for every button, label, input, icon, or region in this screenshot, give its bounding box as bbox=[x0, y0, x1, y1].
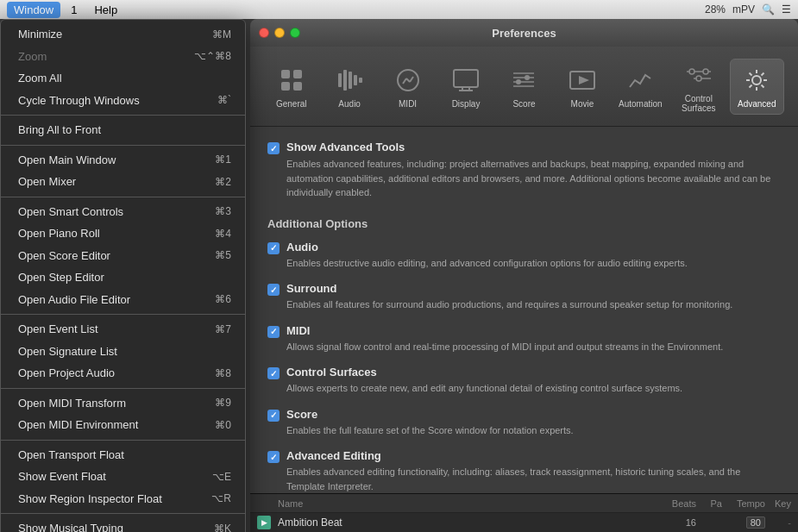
midi-option-title: MIDI bbox=[286, 324, 723, 337]
surround-checkbox[interactable] bbox=[267, 284, 280, 296]
control-surfaces-icon bbox=[683, 59, 714, 91]
menu-show-region-inspector-float[interactable]: Show Region Inspector Float ⌥R bbox=[1, 488, 245, 510]
menu-bar-right: 28% mPV 🔍 ☰ bbox=[705, 3, 791, 16]
svg-rect-0 bbox=[281, 70, 290, 78]
menu-open-piano-roll[interactable]: Open Piano Roll ⌘4 bbox=[1, 222, 245, 245]
audio-checkbox[interactable] bbox=[267, 242, 280, 254]
surround-option-description: Enables all features for surround audio … bbox=[286, 297, 732, 312]
list-icon[interactable]: ☰ bbox=[782, 3, 791, 16]
svg-point-33 bbox=[752, 76, 761, 84]
menu-open-mixer[interactable]: Open Mixer ⌘2 bbox=[1, 171, 245, 193]
menu-1[interactable]: 1 bbox=[64, 2, 84, 18]
advanced-editing-option-description: Enables advanced editing functionality, … bbox=[286, 465, 781, 493]
surround-option-title: Surround bbox=[286, 282, 732, 295]
separator-6 bbox=[1, 440, 245, 441]
track-beats: 16 bbox=[644, 517, 696, 528]
preferences-title: Preferences bbox=[492, 27, 556, 40]
show-advanced-checkbox[interactable] bbox=[267, 142, 280, 154]
close-button[interactable] bbox=[259, 28, 269, 38]
svg-point-27 bbox=[703, 69, 708, 74]
menu-open-audio-file-editor[interactable]: Open Audio File Editor ⌘6 bbox=[1, 289, 245, 311]
additional-options-header: Additional Options bbox=[267, 214, 781, 230]
menu-open-step-editor[interactable]: Open Step Editor bbox=[1, 266, 245, 289]
menu-show-event-float[interactable]: Show Event Float ⌥E bbox=[1, 466, 245, 488]
score-option-title: Score bbox=[286, 408, 574, 421]
separator-3 bbox=[1, 197, 245, 197]
col-name: Name bbox=[278, 498, 644, 509]
toolbar-display[interactable]: Display bbox=[438, 59, 493, 115]
search-icon[interactable]: 🔍 bbox=[762, 3, 775, 16]
show-advanced-title: Show Advanced Tools bbox=[286, 141, 781, 153]
svg-rect-8 bbox=[359, 78, 362, 83]
svg-marker-24 bbox=[579, 76, 589, 84]
advanced-editing-option-title: Advanced Editing bbox=[286, 449, 781, 462]
separator-5 bbox=[1, 388, 245, 389]
midi-icon bbox=[393, 65, 424, 96]
menu-cycle-windows[interactable]: Cycle Through Windows ⌘` bbox=[1, 90, 245, 112]
maximize-button[interactable] bbox=[290, 28, 300, 38]
svg-point-25 bbox=[689, 69, 694, 74]
track-row[interactable]: ▶ Ambition Beat 16 80 - bbox=[250, 513, 798, 532]
menu-zoom[interactable]: Zoom ⌥⌃⌘8 bbox=[1, 46, 245, 68]
preferences-window: Preferences General bbox=[250, 19, 798, 532]
automation-icon bbox=[625, 65, 656, 96]
menu-open-event-list[interactable]: Open Event List ⌘7 bbox=[1, 318, 245, 341]
toolbar-automation[interactable]: Automation bbox=[613, 59, 668, 115]
track-key: - bbox=[765, 517, 791, 528]
svg-rect-13 bbox=[454, 70, 478, 87]
menu-open-midi-environment[interactable]: Open MIDI Environment ⌘0 bbox=[1, 414, 245, 436]
svg-point-22 bbox=[525, 75, 530, 80]
svg-line-38 bbox=[750, 72, 752, 75]
general-label: General bbox=[276, 99, 307, 109]
menu-open-transport-float[interactable]: Open Transport Float bbox=[1, 444, 245, 466]
advanced-label: Advanced bbox=[738, 99, 776, 109]
menu-open-midi-transform[interactable]: Open MIDI Transform ⌘9 bbox=[1, 392, 245, 415]
track-header-row: Name Beats Pa Tempo Key bbox=[250, 494, 798, 513]
menu-open-signature-list[interactable]: Open Signature List bbox=[1, 341, 245, 363]
menu-open-project-audio[interactable]: Open Project Audio ⌘8 bbox=[1, 362, 245, 385]
automation-label: Automation bbox=[619, 99, 663, 109]
show-advanced-text: Show Advanced Tools Enables advanced fea… bbox=[286, 141, 781, 200]
toolbar-movie[interactable]: Movie bbox=[555, 59, 609, 115]
toolbar-midi[interactable]: MIDI bbox=[380, 59, 435, 115]
general-icon bbox=[276, 65, 307, 96]
advanced-icon bbox=[741, 65, 772, 96]
menu-open-main-window[interactable]: Open Main Window ⌘1 bbox=[1, 149, 245, 172]
menu-minimize[interactable]: Minimize ⌘M bbox=[1, 23, 245, 46]
control-surfaces-option-text: Control Surfaces Allows experts to creat… bbox=[286, 366, 682, 396]
midi-label: MIDI bbox=[399, 99, 417, 109]
advanced-editing-option-text: Advanced Editing Enables advanced editin… bbox=[286, 449, 781, 493]
menu-show-musical-typing[interactable]: Show Musical Typing ⌘K bbox=[1, 517, 245, 532]
help-menu[interactable]: Help bbox=[87, 2, 124, 18]
menu-zoom-all[interactable]: Zoom All bbox=[1, 67, 245, 90]
toolbar-control-surfaces[interactable]: Control Surfaces bbox=[671, 53, 726, 119]
svg-rect-6 bbox=[349, 72, 352, 89]
audio-option-description: Enables destructive audio editing, and a… bbox=[286, 256, 688, 271]
control-surfaces-checkbox[interactable] bbox=[267, 367, 280, 379]
control-surfaces-option-description: Allows experts to create new, and edit a… bbox=[286, 381, 682, 396]
score-checkbox[interactable] bbox=[267, 410, 280, 422]
midi-checkbox[interactable] bbox=[267, 326, 280, 338]
toolbar-advanced[interactable]: Advanced bbox=[730, 59, 784, 115]
toolbar-general[interactable]: General bbox=[264, 59, 318, 115]
surround-option-text: Surround Enables all features for surrou… bbox=[286, 282, 732, 312]
menu-open-smart-controls[interactable]: Open Smart Controls ⌘3 bbox=[1, 201, 245, 223]
col-key: Key bbox=[765, 498, 791, 509]
option-advanced-editing: Advanced Editing Enables advanced editin… bbox=[267, 449, 781, 493]
separator-7 bbox=[1, 513, 245, 514]
midi-option-description: Allows signal flow control and real-time… bbox=[286, 340, 723, 354]
svg-point-26 bbox=[696, 76, 701, 81]
minimize-button[interactable] bbox=[274, 28, 285, 38]
display-icon bbox=[450, 65, 481, 96]
separator-1 bbox=[1, 115, 245, 116]
option-control-surfaces: Control Surfaces Allows experts to creat… bbox=[267, 366, 781, 396]
preferences-toolbar: General Audio bbox=[250, 47, 798, 127]
menu-bring-all-front[interactable]: Bring All to Front bbox=[1, 119, 245, 141]
menu-open-score-editor[interactable]: Open Score Editor ⌘5 bbox=[1, 245, 245, 267]
score-option-description: Enables the full feature set of the Scor… bbox=[286, 423, 574, 438]
toolbar-audio[interactable]: Audio bbox=[322, 59, 376, 115]
window-dropdown-menu: Minimize ⌘M Zoom ⌥⌃⌘8 Zoom All Cycle Thr… bbox=[0, 19, 246, 532]
window-menu[interactable]: Window bbox=[7, 2, 60, 18]
toolbar-score[interactable]: Score bbox=[497, 59, 551, 115]
advanced-editing-checkbox[interactable] bbox=[267, 451, 280, 463]
